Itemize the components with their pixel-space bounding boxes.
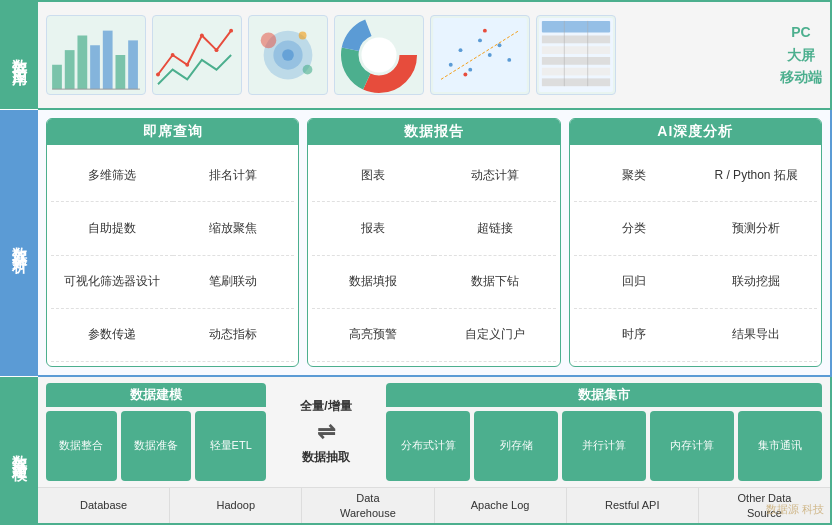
- chart-thumb-5: [430, 15, 530, 95]
- svg-rect-6: [128, 40, 138, 89]
- svg-point-23: [361, 37, 396, 72]
- chart-thumb-2: [152, 15, 242, 95]
- svg-point-17: [261, 33, 277, 49]
- svg-rect-36: [542, 21, 610, 33]
- label-data-analysis: 数据分析: [0, 110, 38, 377]
- bot-build-item-1: 数据准备: [121, 411, 192, 481]
- panel-report-grid: 图表 动态计算 报表 超链接 数据填报 数据下钻 高亮预警 自定义门户: [308, 145, 559, 366]
- svg-point-18: [303, 65, 313, 75]
- svg-rect-1: [65, 50, 75, 89]
- svg-rect-4: [103, 31, 113, 90]
- main-container: 数据应用 数据分析 数据建模: [0, 0, 832, 525]
- svg-rect-37: [542, 36, 610, 44]
- source-apache-log: Apache Log: [435, 488, 567, 523]
- svg-point-12: [215, 48, 219, 52]
- svg-point-32: [463, 73, 467, 77]
- cell-2-2: 分类: [574, 202, 696, 255]
- content-area: PC 大屏 移动端 即席查询 多维筛选 排名计算 自助提数 缩放聚焦 可视化筛选…: [38, 0, 832, 525]
- svg-point-30: [498, 43, 502, 47]
- cell-1-4: 数据填报: [312, 256, 434, 309]
- svg-point-29: [488, 53, 492, 57]
- cell-0-6: 参数传递: [51, 309, 173, 362]
- svg-rect-38: [542, 46, 610, 54]
- svg-point-11: [200, 34, 204, 38]
- cell-2-1: R / Python 拓展: [695, 149, 817, 202]
- cell-1-0: 图表: [312, 149, 434, 202]
- svg-point-9: [171, 53, 175, 57]
- svg-rect-3: [90, 45, 100, 89]
- bot-market-item-0: 分布式计算: [386, 411, 470, 481]
- bot-market-item-2: 并行计算: [562, 411, 646, 481]
- cell-2-4: 回归: [574, 256, 696, 309]
- panel-ai-header: AI深度分析: [570, 119, 821, 145]
- panel-ai-grid: 聚类 R / Python 拓展 分类 预测分析 回归 联动挖掘 时序 结果导出: [570, 145, 821, 366]
- chart-thumb-3: [248, 15, 328, 95]
- cell-0-7: 动态指标: [173, 309, 295, 362]
- svg-point-31: [507, 58, 511, 62]
- svg-point-10: [185, 63, 189, 67]
- svg-point-25: [449, 63, 453, 67]
- arrow-bot-text: 数据抽取: [302, 449, 350, 466]
- svg-point-19: [299, 32, 307, 40]
- data-sources-row: Database Hadoop Data Warehouse Apache Lo…: [38, 487, 830, 523]
- cell-2-7: 结果导出: [695, 309, 817, 362]
- watermark: 数据源 科技: [766, 502, 824, 517]
- chart-thumb-1: [46, 15, 146, 95]
- svg-rect-40: [542, 68, 610, 76]
- source-data-warehouse: Data Warehouse: [302, 488, 434, 523]
- cell-1-7: 自定义门户: [434, 309, 556, 362]
- svg-point-33: [483, 29, 487, 33]
- double-arrow-icon: ⇌: [317, 419, 335, 445]
- bot-market-header: 数据集市: [386, 383, 822, 407]
- svg-rect-5: [116, 55, 126, 89]
- cell-1-1: 动态计算: [434, 149, 556, 202]
- cell-1-5: 数据下钻: [434, 256, 556, 309]
- bot-arrow-area: 全量/增量 ⇌ 数据抽取: [266, 383, 386, 481]
- panel-adhoc-query: 即席查询 多维筛选 排名计算 自助提数 缩放聚焦 可视化筛选器设计 笔刷联动 参…: [46, 118, 299, 367]
- cell-0-5: 笔刷联动: [173, 256, 295, 309]
- bot-build: 数据建模 数据整合 数据准备 轻量ETL: [46, 383, 266, 481]
- pc-label: PC 大屏 移动端: [780, 21, 822, 88]
- source-restful-api: Restful API: [567, 488, 699, 523]
- svg-point-26: [459, 48, 463, 52]
- bot-build-items: 数据整合 数据准备 轻量ETL: [46, 411, 266, 481]
- svg-point-27: [468, 68, 472, 72]
- cell-0-2: 自助提数: [51, 202, 173, 255]
- bot-market-item-3: 内存计算: [650, 411, 734, 481]
- source-database: Database: [38, 488, 170, 523]
- label-data-modeling: 数据建模: [0, 377, 38, 525]
- bot-build-item-0: 数据整合: [46, 411, 117, 481]
- svg-rect-41: [542, 78, 610, 86]
- svg-rect-2: [77, 36, 87, 90]
- bot-market: 数据集市 分布式计算 列存储 并行计算 内存计算 集市通讯: [386, 383, 822, 481]
- panel-adhoc-grid: 多维筛选 排名计算 自助提数 缩放聚焦 可视化筛选器设计 笔刷联动 参数传递 动…: [47, 145, 298, 366]
- arrow-top-text: 全量/增量: [300, 398, 351, 415]
- svg-point-13: [229, 29, 233, 33]
- svg-rect-0: [52, 65, 62, 89]
- cell-1-6: 高亮预警: [312, 309, 434, 362]
- panel-ai-analysis: AI深度分析 聚类 R / Python 拓展 分类 预测分析 回归 联动挖掘 …: [569, 118, 822, 367]
- bot-market-item-1: 列存储: [474, 411, 558, 481]
- cell-1-3: 超链接: [434, 202, 556, 255]
- left-labels: 数据应用 数据分析 数据建模: [0, 0, 38, 525]
- chart-thumb-4: [334, 15, 424, 95]
- cell-2-6: 时序: [574, 309, 696, 362]
- bot-top: 数据建模 数据整合 数据准备 轻量ETL 全量/增量 ⇌ 数据抽取 数据集市: [38, 377, 830, 487]
- svg-rect-39: [542, 57, 610, 65]
- source-hadoop: Hadoop: [170, 488, 302, 523]
- cell-2-5: 联动挖掘: [695, 256, 817, 309]
- bot-market-item-4: 集市通讯: [738, 411, 822, 481]
- cell-0-3: 缩放聚焦: [173, 202, 295, 255]
- cell-2-0: 聚类: [574, 149, 696, 202]
- bot-build-item-2: 轻量ETL: [195, 411, 266, 481]
- section-data-app: PC 大屏 移动端: [38, 0, 832, 110]
- cell-0-4: 可视化筛选器设计: [51, 256, 173, 309]
- svg-point-16: [282, 49, 294, 61]
- cell-1-2: 报表: [312, 202, 434, 255]
- cell-0-1: 排名计算: [173, 149, 295, 202]
- section-data-analysis: 即席查询 多维筛选 排名计算 自助提数 缩放聚焦 可视化筛选器设计 笔刷联动 参…: [38, 110, 832, 377]
- label-data-app: 数据应用: [0, 0, 38, 110]
- cell-0-0: 多维筛选: [51, 149, 173, 202]
- svg-point-8: [156, 73, 160, 77]
- chart-thumb-6: [536, 15, 616, 95]
